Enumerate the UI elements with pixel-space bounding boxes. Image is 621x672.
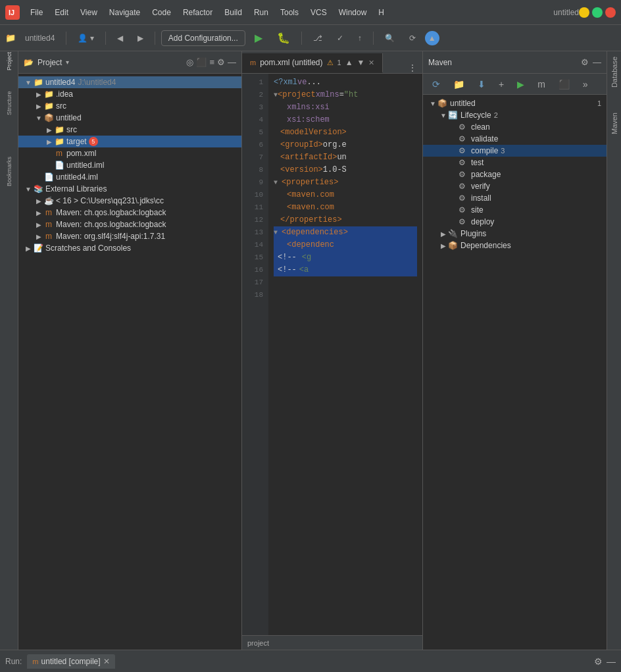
menu-tools[interactable]: Tools xyxy=(275,5,304,20)
forward-button[interactable]: ▶ xyxy=(132,31,149,45)
maven-debug-btn[interactable]: m xyxy=(532,76,551,92)
menu-code[interactable]: Code xyxy=(147,5,176,20)
tree-item-untitled-src[interactable]: ▶ 📁 src xyxy=(18,124,241,136)
run-tab-compile[interactable]: m untitled [compile] ✕ xyxy=(27,654,114,669)
editor-menu-icon[interactable]: ⋮ xyxy=(408,63,417,73)
maven-item-untitled[interactable]: ▼ 📦 untitled 1 xyxy=(423,97,607,109)
push-button[interactable]: ↑ xyxy=(353,31,367,45)
tree-item-src[interactable]: ▶ 📁 src xyxy=(18,100,241,112)
scratches-label: Scratches and Consoles xyxy=(45,244,131,253)
maven-header: Maven ⚙ — xyxy=(423,51,607,74)
maven-item-site[interactable]: ⚙ site xyxy=(423,204,607,216)
maven-lifecycle-label: Lifecycle xyxy=(460,111,491,120)
minimize-panel-icon[interactable]: — xyxy=(228,57,236,67)
vcs-button[interactable]: ⎇ xyxy=(308,31,328,45)
menu-edit[interactable]: Edit xyxy=(49,5,74,20)
run-tab-close[interactable]: ✕ xyxy=(103,657,110,666)
menu-view[interactable]: View xyxy=(75,5,103,20)
structure-tab[interactable]: Structure xyxy=(2,96,16,111)
bottom-settings-icon[interactable]: ⚙ xyxy=(594,656,603,667)
maven-deploy-label: deploy xyxy=(471,217,494,226)
tree-item-untitled4-iml[interactable]: 📄 untitled4.iml xyxy=(18,171,241,183)
maven-add-btn[interactable]: 📁 xyxy=(448,76,470,92)
maven-item-compile[interactable]: ⚙ compile 3 xyxy=(423,145,607,157)
project-panel: 📂 Project ▾ ◎ ⬛ ≡ ⚙ — ▼ 📁 untitled4 J:\u… xyxy=(18,51,242,650)
database-tab[interactable]: Database xyxy=(609,51,620,93)
menu-help[interactable]: H xyxy=(373,5,389,20)
window-title: untitled xyxy=(553,8,579,17)
tab-close-icon[interactable]: ✕ xyxy=(368,59,374,67)
untitled4-iml-label: untitled4.iml xyxy=(56,172,98,182)
tree-item-jdk[interactable]: ▶ ☕ < 16 > C:\Users\qq231\.jdks\cc xyxy=(18,195,241,207)
tree-item-target[interactable]: ▶ 📁 target 5 xyxy=(18,136,241,147)
collapse-icon[interactable]: ⬛ xyxy=(196,57,207,67)
maven-side-tab[interactable]: Maven xyxy=(609,107,620,140)
editor-tab-pomxml[interactable]: m pom.xml (untitled) ⚠ 1 ▲ ▼ ✕ xyxy=(242,53,383,73)
menu-run[interactable]: Run xyxy=(249,5,274,20)
maven-item-validate[interactable]: ⚙ validate xyxy=(423,133,607,145)
search-everywhere-button[interactable]: 🔍 xyxy=(380,31,400,45)
target-badge: 5 xyxy=(89,137,98,146)
code-editor[interactable]: <?xml ve... ▼<project xmlns="ht xmlns:xs… xyxy=(268,74,422,635)
maven-run-btn[interactable]: ▶ xyxy=(512,76,530,92)
maven-item-package[interactable]: ⚙ package xyxy=(423,168,607,180)
maven-tree: ▼ 📦 untitled 1 ▼ 🔄 Lifecycle 2 ⚙ clean xyxy=(423,95,607,650)
tree-item-scratches[interactable]: ▶ 📝 Scratches and Consoles xyxy=(18,242,241,254)
maven-download-btn[interactable]: ⬇ xyxy=(472,76,491,92)
settings-icon[interactable]: ⚙ xyxy=(217,57,225,67)
src-label: src xyxy=(56,101,66,111)
profile-button[interactable]: 👤 ▾ xyxy=(72,31,99,45)
maven-item-verify[interactable]: ⚙ verify xyxy=(423,180,607,192)
maven-item-lifecycle[interactable]: ▼ 🔄 Lifecycle 2 xyxy=(423,109,607,121)
maven-toggle-btn[interactable]: ⬛ xyxy=(553,76,575,92)
menu-navigate[interactable]: Navigate xyxy=(104,5,145,20)
maven-minimize-icon[interactable]: — xyxy=(593,57,601,67)
toolbar-separator-5 xyxy=(373,32,374,45)
close-button[interactable] xyxy=(605,7,616,18)
maven-settings-icon[interactable]: ⚙ xyxy=(581,57,589,67)
external-libs-label: External Libraries xyxy=(45,184,107,194)
maven-install-label: install xyxy=(471,194,491,203)
maven-item-deploy[interactable]: ⚙ deploy xyxy=(423,216,607,228)
tab-label: pom.xml (untitled) xyxy=(260,58,322,67)
tree-item-idea[interactable]: ▶ 📁 .idea xyxy=(18,88,241,100)
tree-item-logback1[interactable]: ▶ m Maven: ch.qos.logback:logback xyxy=(18,207,241,219)
back-button[interactable]: ◀ xyxy=(112,31,128,45)
maven-refresh-btn[interactable]: ⟳ xyxy=(427,76,445,92)
plugins-button[interactable]: ▲ xyxy=(425,31,439,45)
tree-item-logback2[interactable]: ▶ m Maven: ch.qos.logback:logback xyxy=(18,219,241,230)
menu-window[interactable]: Window xyxy=(334,5,372,20)
update-button[interactable]: ⟳ xyxy=(404,31,421,45)
project-tab[interactable]: Project xyxy=(2,54,16,68)
menu-file[interactable]: File xyxy=(25,5,48,20)
main-area: Project Structure Bookmarks 📂 Project ▾ … xyxy=(0,51,621,650)
bottom-minimize-icon[interactable]: — xyxy=(607,656,616,667)
tree-item-slf4j[interactable]: ▶ m Maven: org.slf4j:slf4j-api:1.7.31 xyxy=(18,230,241,242)
menu-build[interactable]: Build xyxy=(219,5,247,20)
run-button[interactable]: ▶ xyxy=(249,29,268,47)
tree-item-pomxml[interactable]: m pom.xml xyxy=(18,147,241,159)
minimize-button[interactable] xyxy=(579,7,589,18)
maven-item-install[interactable]: ⚙ install xyxy=(423,192,607,204)
bookmarks-tab[interactable]: Bookmarks xyxy=(2,165,16,179)
maven-item-test[interactable]: ⚙ test xyxy=(423,157,607,168)
add-configuration-button[interactable]: Add Configuration... xyxy=(161,30,245,46)
maven-item-dependencies[interactable]: ▶ 📦 Dependencies xyxy=(423,240,607,251)
locate-icon[interactable]: ◎ xyxy=(186,57,193,67)
maven-item-clean[interactable]: ⚙ clean xyxy=(423,121,607,133)
maven-new-btn[interactable]: + xyxy=(493,76,509,92)
dots-icon[interactable]: ≡ xyxy=(209,57,214,67)
tree-item-untitled[interactable]: ▼ 📦 untitled xyxy=(18,112,241,124)
maven-item-plugins[interactable]: ▶ 🔌 Plugins xyxy=(423,228,607,240)
tree-item-external-libs[interactable]: ▼ 📚 External Libraries xyxy=(18,183,241,195)
maven-untitled-label: untitled xyxy=(450,99,476,108)
commit-button[interactable]: ✓ xyxy=(332,31,349,45)
menu-refactor[interactable]: Refactor xyxy=(178,5,218,20)
maven-title: Maven xyxy=(428,58,577,67)
debug-button[interactable]: 🐛 xyxy=(272,29,295,47)
maven-more-btn[interactable]: » xyxy=(578,76,593,92)
menu-vcs[interactable]: VCS xyxy=(305,5,332,20)
tree-item-root[interactable]: ▼ 📁 untitled4 J:\untitled4 xyxy=(18,76,241,88)
maximize-button[interactable] xyxy=(592,7,603,18)
tree-item-untitled-iml[interactable]: 📄 untitled.iml xyxy=(18,159,241,171)
